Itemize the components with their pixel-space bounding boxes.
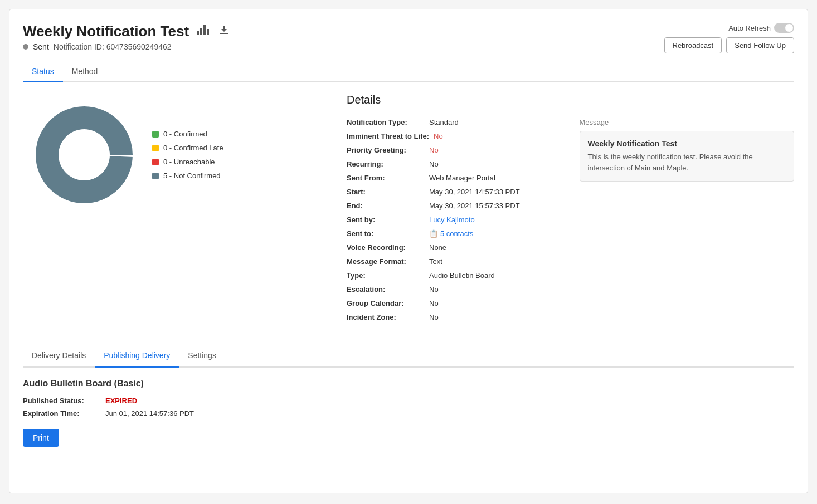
main-content: 0 - Confirmed 0 - Confirmed Late 0 - Unr… [23,82,794,327]
title-row: Weekly Notification Test [23,23,231,40]
details-left: Notification Type: Standard Imminent Thr… [347,118,562,327]
publishing-content: Audio Bulletin Board (Basic) Published S… [23,368,794,447]
detail-priority-greeting: Priority Greeting: No [347,146,562,154]
bottom-section: Delivery Details Publishing Delivery Set… [23,345,794,447]
top-tabs: Status Method [23,62,794,82]
bottom-tabs: Delivery Details Publishing Delivery Set… [23,345,794,368]
detail-message-format: Message Format: Text [347,257,562,266]
header-right: Auto Refresh Rebroadcast Send Follow Up [664,23,795,53]
svg-rect-4 [220,33,228,34]
svg-rect-2 [203,25,206,35]
legend-label-confirmed: 0 - Confirmed [163,130,207,138]
legend-dot-unreachable [152,159,159,165]
tab-status[interactable]: Status [23,62,63,82]
sent-to-link[interactable]: 📋5 contacts [429,229,473,238]
svg-rect-1 [200,28,202,35]
publishing-status-row: Published Status: EXPIRED [23,397,794,405]
auto-refresh-label: Auto Refresh [728,24,771,32]
detail-start: Start: May 30, 2021 14:57:33 PDT [347,188,562,196]
detail-recurring: Recurring: No [347,160,562,168]
chart-icon [197,25,209,35]
publishing-expiration-row: Expiration Time: Jun 01, 2021 14:57:36 P… [23,409,794,418]
svg-point-7 [59,129,110,180]
legend-dot-confirmed-late [152,145,159,151]
message-box-title: Weekly Notification Test [588,139,786,148]
rebroadcast-button[interactable]: Rebroadcast [664,37,722,53]
print-button[interactable]: Print [23,429,59,447]
legend-item-unreachable: 0 - Unreachable [152,158,223,166]
expiration-time-label: Expiration Time: [23,409,101,418]
legend-label-unreachable: 0 - Unreachable [163,158,215,166]
svg-rect-0 [197,31,199,35]
detail-escalation: Escalation: No [347,285,562,293]
detail-sent-to: Sent to: 📋5 contacts [347,229,562,238]
download-icon [219,25,229,35]
status-dot [23,44,28,50]
svg-rect-3 [207,29,209,35]
legend-item-not-confirmed: 5 - Not Confirmed [152,172,223,180]
chart-area: 0 - Confirmed 0 - Confirmed Late 0 - Unr… [23,94,335,216]
download-icon-button[interactable] [217,24,231,39]
legend-label-confirmed-late: 0 - Confirmed Late [163,144,223,152]
tab-publishing-delivery[interactable]: Publishing Delivery [95,345,179,368]
detail-end: End: May 30, 2021 15:57:33 PDT [347,202,562,210]
message-box: Weekly Notification Test This is the wee… [580,131,795,182]
action-buttons: Rebroadcast Send Follow Up [664,37,795,53]
auto-refresh-row: Auto Refresh [728,23,794,33]
detail-sent-by: Sent by: Lucy Kajimoto [347,216,562,224]
legend-item-confirmed: 0 - Confirmed [152,130,223,138]
notification-id: Notification ID: 604735690249462 [54,42,172,51]
detail-notification-type: Notification Type: Standard [347,118,562,126]
details-columns: Notification Type: Standard Imminent Thr… [347,118,794,327]
send-follow-up-button[interactable]: Send Follow Up [726,37,794,53]
donut-chart [34,105,134,205]
detail-voice-recording: Voice Recording: None [347,243,562,252]
page-title: Weekly Notification Test [23,23,189,40]
message-label: Message [580,118,795,126]
sent-by-link[interactable]: Lucy Kajimoto [429,216,475,224]
publishing-section-title: Audio Bulletin Board (Basic) [23,379,794,389]
legend-item-confirmed-late: 0 - Confirmed Late [152,144,223,152]
legend-dot-not-confirmed [152,173,159,179]
detail-sent-from: Sent From: Web Manager Portal [347,174,562,182]
detail-imminent-threat: Imminent Threat to Life: No [347,132,562,140]
contacts-icon: 📋 [429,229,438,238]
published-status-label: Published Status: [23,397,101,405]
legend-dot-confirmed [152,131,159,138]
page-header: Weekly Notification Test [23,23,794,53]
tab-settings[interactable]: Settings [179,345,225,368]
detail-type: Type: Audio Bulletin Board [347,271,562,280]
message-box-body: This is the weekly notification test. Pl… [588,151,786,173]
details-title: Details [347,94,794,111]
details-right: Message Weekly Notification Test This is… [580,118,795,327]
chart-legend: 0 - Confirmed 0 - Confirmed Late 0 - Unr… [152,130,223,180]
tab-delivery-details[interactable]: Delivery Details [23,345,95,368]
donut-svg [34,105,134,205]
header-left: Weekly Notification Test [23,23,231,51]
auto-refresh-toggle[interactable] [774,23,794,33]
right-panel: Details Notification Type: Standard Immi… [335,82,794,327]
chart-icon-button[interactable] [194,24,211,39]
tab-method[interactable]: Method [63,62,107,82]
status-label: Sent [33,42,49,51]
left-panel: 0 - Confirmed 0 - Confirmed Late 0 - Unr… [23,82,335,327]
legend-label-not-confirmed: 5 - Not Confirmed [163,172,221,180]
published-status-value: EXPIRED [105,397,137,405]
detail-group-calendar: Group Calendar: No [347,299,562,307]
expiration-time-value: Jun 01, 2021 14:57:36 PDT [105,409,194,418]
subtitle-row: Sent Notification ID: 604735690249462 [23,42,231,51]
detail-incident-zone: Incident Zone: No [347,313,562,321]
